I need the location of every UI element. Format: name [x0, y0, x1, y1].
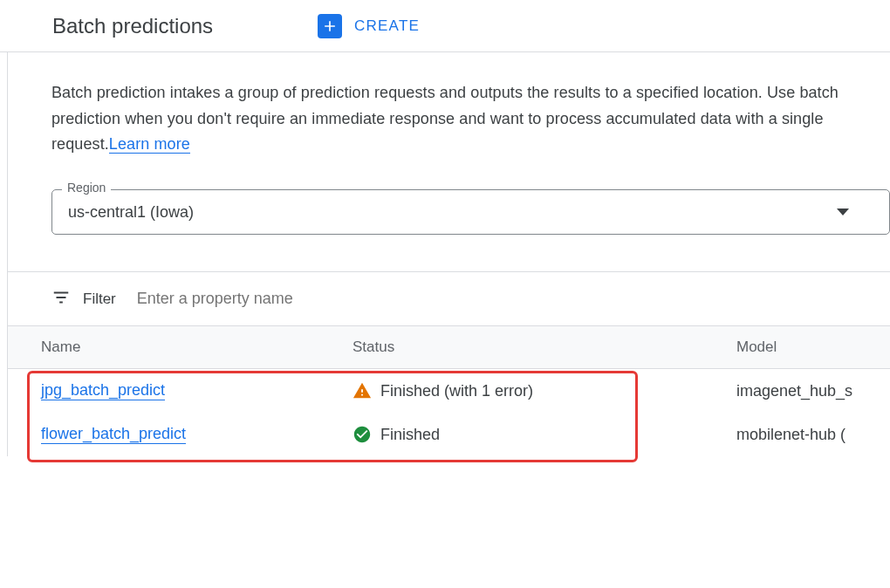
- table-rows-wrapper: jpg_batch_predict Finished (with 1 error…: [8, 369, 890, 456]
- model-name: mobilenet-hub (: [736, 426, 846, 443]
- status-text: Finished (with 1 error): [380, 382, 533, 400]
- page-title: Batch predictions: [24, 14, 213, 38]
- filter-input[interactable]: [137, 290, 890, 308]
- region-label: Region: [62, 181, 111, 195]
- description-text: Batch prediction intakes a group of pred…: [8, 80, 890, 158]
- prediction-name-link[interactable]: jpg_batch_predict: [41, 381, 165, 400]
- filter-icon: [51, 288, 71, 310]
- plus-icon: [318, 14, 342, 38]
- page-header: Batch predictions CREATE: [0, 0, 890, 52]
- filter-bar: Filter: [8, 272, 890, 325]
- filter-label: Filter: [83, 291, 116, 308]
- model-name: imagenet_hub_s: [736, 382, 852, 400]
- column-header-name[interactable]: Name: [8, 338, 353, 356]
- learn-more-link[interactable]: Learn more: [109, 135, 190, 154]
- region-select[interactable]: us-central1 (Iowa): [51, 189, 890, 235]
- check-circle-icon: [353, 425, 372, 444]
- table-header-row: Name Status Model: [8, 325, 890, 369]
- content-area: Batch prediction intakes a group of pred…: [7, 52, 890, 456]
- chevron-down-icon: [837, 209, 849, 215]
- table-row: jpg_batch_predict Finished (with 1 error…: [8, 369, 890, 413]
- warning-icon: [353, 381, 372, 400]
- status-text: Finished: [380, 426, 440, 444]
- create-label: CREATE: [354, 17, 420, 35]
- table-row: flower_batch_predict Finished mobilenet-…: [8, 413, 890, 456]
- column-header-model[interactable]: Model: [736, 338, 890, 356]
- region-selector-container: Region us-central1 (Iowa): [51, 189, 890, 235]
- column-header-status[interactable]: Status: [353, 338, 736, 356]
- table-section: Filter Name Status Model jpg_batch_predi…: [8, 271, 890, 456]
- region-value: us-central1 (Iowa): [68, 203, 194, 222]
- prediction-name-link[interactable]: flower_batch_predict: [41, 425, 186, 444]
- create-button[interactable]: CREATE: [318, 14, 420, 38]
